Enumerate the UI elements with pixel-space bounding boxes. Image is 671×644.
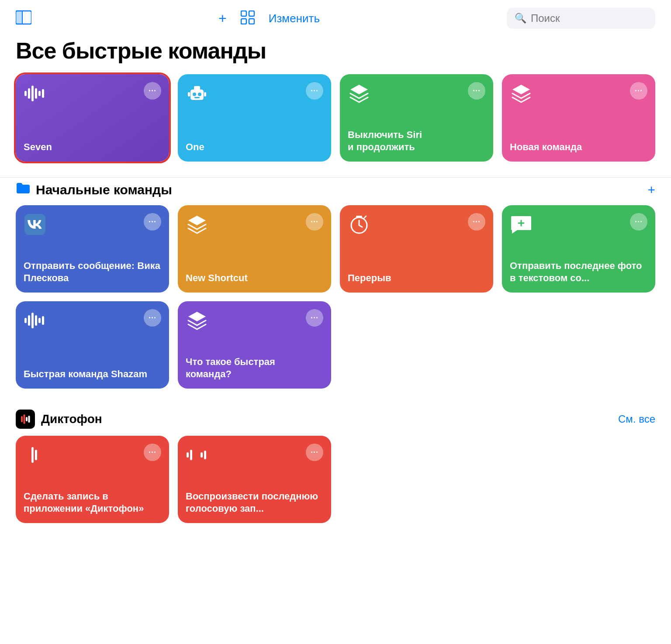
waveform-red-icon xyxy=(24,444,46,466)
card-label-shazam: Быстрая команда Shazam xyxy=(24,363,161,381)
card-label-vk: Отправить сообщение: Вика Плескова xyxy=(24,255,161,285)
svg-rect-13 xyxy=(190,90,204,100)
svg-rect-33 xyxy=(24,452,27,458)
shortcut-card-new-cmd[interactable]: ··· Новая команда xyxy=(502,74,655,162)
card-label-play-last: Воспроизвести последнюю голосовую зап... xyxy=(186,485,323,515)
svg-rect-43 xyxy=(201,452,203,458)
card-header: ··· xyxy=(510,82,647,105)
shortcut-card-what[interactable]: ··· Что такое быстрая команда? xyxy=(178,301,331,389)
svg-rect-30 xyxy=(24,414,25,424)
shortcut-card-one[interactable]: ··· One xyxy=(178,74,331,162)
card-header: ··· xyxy=(186,309,323,332)
section-title-home: Начальные команды xyxy=(36,183,647,197)
svg-rect-40 xyxy=(190,450,192,460)
more-button-play-last[interactable]: ··· xyxy=(306,444,323,461)
top-bar: + Изменить 🔍 xyxy=(0,0,671,33)
waveform-red-icon2 xyxy=(186,444,208,466)
svg-rect-39 xyxy=(187,452,189,458)
shortcut-card-vk[interactable]: ··· Отправить сообщение: Вика Плескова xyxy=(16,205,169,293)
more-button-send-photo[interactable]: ··· xyxy=(630,213,647,231)
svg-rect-35 xyxy=(31,447,34,463)
svg-point-15 xyxy=(193,93,196,96)
shortcut-card-send-photo[interactable]: ··· Отправить последнее фото в текстовом… xyxy=(502,205,655,293)
card-label-record: Сделать запись в приложении «Диктофон» xyxy=(24,485,161,515)
card-header: ··· xyxy=(186,444,323,466)
svg-rect-8 xyxy=(28,88,30,99)
more-button-pereriv[interactable]: ··· xyxy=(468,213,485,231)
card-label-pereriv: Перерыв xyxy=(348,267,485,285)
sidebar-toggle[interactable] xyxy=(16,10,31,27)
svg-rect-23 xyxy=(28,315,30,326)
add-button[interactable]: + xyxy=(218,11,227,25)
svg-rect-38 xyxy=(42,451,44,459)
svg-rect-36 xyxy=(35,450,37,460)
section-add-home[interactable]: + xyxy=(647,183,655,197)
more-button-seven[interactable]: ··· xyxy=(144,82,161,100)
svg-rect-44 xyxy=(204,451,206,459)
dictaphone-icon-wrap xyxy=(16,410,35,429)
section-header-home: Начальные команды + xyxy=(0,177,671,205)
see-all-button[interactable]: См. все xyxy=(618,413,655,425)
top-bar-right: 🔍 xyxy=(507,8,655,29)
shortcut-card-pereriv[interactable]: ··· Перерыв xyxy=(340,205,493,293)
svg-rect-24 xyxy=(31,313,34,328)
robot-icon xyxy=(186,82,208,105)
more-button-one[interactable]: ··· xyxy=(306,82,323,100)
shortcut-card-seven[interactable]: ··· Seven xyxy=(16,74,169,162)
shortcut-card-siri-off[interactable]: ··· Выключить Siriи продолжить xyxy=(340,74,493,162)
search-icon: 🔍 xyxy=(515,13,526,24)
svg-rect-41 xyxy=(194,447,196,463)
search-bar[interactable]: 🔍 xyxy=(507,8,655,29)
svg-rect-7 xyxy=(24,91,27,96)
card-label-seven: Seven xyxy=(24,136,161,154)
svg-rect-11 xyxy=(38,91,41,96)
layers-icon-orange xyxy=(186,213,208,236)
svg-rect-37 xyxy=(38,452,41,458)
subsection-title-dictaphone: Диктофон xyxy=(41,412,618,426)
card-label-new-shortcut: New Shortcut xyxy=(186,267,323,285)
svg-rect-26 xyxy=(38,318,41,323)
card-header: ··· xyxy=(24,309,161,332)
card-label-siri-off: Выключить Siriи продолжить xyxy=(348,124,485,154)
more-button-new-shortcut[interactable]: ··· xyxy=(306,213,323,231)
grid-icon[interactable] xyxy=(241,10,255,26)
card-header: ··· xyxy=(348,82,485,105)
card-label-new-cmd: Новая команда xyxy=(510,136,647,154)
card-label-what: Что такое быстрая команда? xyxy=(186,351,323,381)
shortcut-card-play-last[interactable]: ··· Воспроизвести последнюю голосовую за… xyxy=(178,436,331,523)
edit-button[interactable]: Изменить xyxy=(269,12,320,25)
svg-rect-21 xyxy=(356,216,362,217)
card-header: ··· xyxy=(24,82,161,105)
more-button-vk[interactable]: ··· xyxy=(144,213,161,231)
card-label-one: One xyxy=(186,136,323,154)
home-shortcuts-grid: ··· Отправить сообщение: Вика Плескова ·… xyxy=(0,205,671,402)
svg-rect-25 xyxy=(35,315,37,326)
svg-rect-27 xyxy=(42,316,44,325)
more-button-siri-off[interactable]: ··· xyxy=(468,82,485,100)
message-plus-icon xyxy=(510,213,533,236)
dictaphone-shortcuts-grid: ··· Сделать запись в приложении «Диктофо… xyxy=(0,436,671,536)
layers-icon xyxy=(348,82,370,105)
shortcut-card-shazam[interactable]: ··· Быстрая команда Shazam xyxy=(16,301,169,389)
waveform-icon xyxy=(24,82,46,105)
shortcut-card-new-shortcut[interactable]: ··· New Shortcut xyxy=(178,205,331,293)
card-header: ··· xyxy=(186,213,323,236)
more-button-new-cmd[interactable]: ··· xyxy=(630,82,647,100)
svg-point-16 xyxy=(198,93,201,96)
search-input[interactable] xyxy=(531,12,647,24)
svg-rect-29 xyxy=(21,416,23,422)
svg-rect-22 xyxy=(24,318,27,323)
subsection-header-dictaphone: Диктофон См. все xyxy=(0,402,671,436)
more-button-shazam[interactable]: ··· xyxy=(144,309,161,327)
card-header: ··· xyxy=(186,82,323,105)
card-label-send-photo: Отправить последнее фото в текстовом со.… xyxy=(510,255,647,285)
svg-rect-17 xyxy=(194,97,200,98)
layers-icon-pink xyxy=(510,82,533,105)
top-bar-center: + Изменить xyxy=(42,10,496,26)
more-button-record[interactable]: ··· xyxy=(144,444,161,461)
svg-rect-18 xyxy=(188,92,190,96)
more-button-what[interactable]: ··· xyxy=(306,309,323,327)
timer-icon xyxy=(348,213,370,236)
shortcut-card-record[interactable]: ··· Сделать запись в приложении «Диктофо… xyxy=(16,436,169,523)
svg-rect-3 xyxy=(241,11,246,16)
